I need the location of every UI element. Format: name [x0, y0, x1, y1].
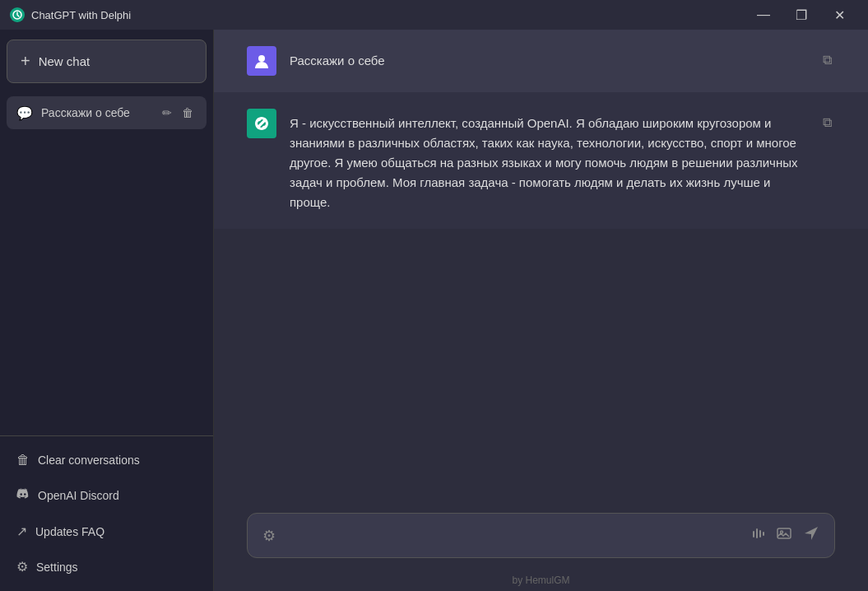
- svg-rect-4: [759, 530, 761, 537]
- message-row-assistant: Я - искусственный интеллект, созданный O…: [214, 92, 868, 229]
- clear-conversations-button[interactable]: 🗑 Clear conversations: [7, 443, 207, 477]
- updates-faq-button[interactable]: ↗ Updates FAQ: [7, 514, 207, 549]
- title-bar-left: ChatGPT with Delphi: [10, 7, 131, 22]
- footer-credit: by HemulGM: [214, 575, 868, 591]
- conversation-actions: ✏ 🗑: [159, 105, 197, 121]
- maximize-button[interactable]: ❐: [782, 0, 820, 30]
- conversation-item[interactable]: 💬 Расскажи о себе ✏ 🗑: [7, 96, 207, 129]
- send-button[interactable]: [801, 524, 821, 547]
- svg-rect-2: [753, 531, 754, 537]
- input-right-actions: [749, 524, 821, 547]
- copy-user-message-button[interactable]: ⧉: [819, 49, 835, 71]
- settings-icon: ⚙: [16, 559, 28, 575]
- app-icon: [10, 7, 25, 22]
- new-chat-label: New chat: [39, 54, 91, 68]
- discord-icon: [16, 487, 30, 504]
- settings-button[interactable]: ⚙ Settings: [7, 549, 207, 584]
- svg-rect-3: [756, 528, 758, 538]
- voice-input-button[interactable]: [749, 524, 767, 547]
- copy-assistant-message-button[interactable]: ⧉: [819, 112, 835, 133]
- edit-conversation-button[interactable]: ✏: [159, 105, 175, 121]
- chat-area: Расскажи о себе ⧉ Я - искусственный инте…: [214, 30, 868, 591]
- sidebar-bottom: 🗑 Clear conversations OpenAI Discord ↗ U…: [0, 435, 213, 591]
- assistant-avatar: [247, 109, 276, 138]
- assistant-message-text: Я - искусственный интеллект, созданный O…: [290, 109, 806, 212]
- close-button[interactable]: ✕: [820, 0, 858, 30]
- conversation-list: 💬 Расскажи о себе ✏ 🗑: [0, 93, 213, 435]
- settings-label: Settings: [36, 561, 78, 574]
- clear-conversations-label: Clear conversations: [38, 454, 140, 467]
- app-title: ChatGPT with Delphi: [31, 9, 131, 21]
- input-area: ⚙: [214, 500, 868, 575]
- updates-icon: ↗: [16, 524, 27, 539]
- message-row-user: Расскажи о себе ⧉: [214, 30, 868, 92]
- plus-icon: +: [21, 52, 30, 71]
- main-layout: + New chat 💬 Расскажи о себе ✏ 🗑 🗑 Clear…: [0, 30, 868, 591]
- chat-icon: 💬: [16, 105, 33, 121]
- title-bar: ChatGPT with Delphi — ❐ ✕: [0, 0, 868, 30]
- input-container: ⚙: [247, 513, 835, 558]
- svg-point-1: [258, 55, 265, 62]
- discord-button[interactable]: OpenAI Discord: [7, 477, 207, 514]
- messages-container: Расскажи о себе ⧉ Я - искусственный инте…: [214, 30, 868, 500]
- discord-label: OpenAI Discord: [38, 489, 119, 502]
- clear-icon: 🗑: [16, 453, 30, 468]
- image-input-button[interactable]: [775, 524, 793, 547]
- new-chat-button[interactable]: + New chat: [7, 40, 207, 83]
- updates-faq-label: Updates FAQ: [35, 525, 104, 538]
- sidebar: + New chat 💬 Расскажи о себе ✏ 🗑 🗑 Clear…: [0, 30, 214, 591]
- sidebar-top: + New chat: [0, 30, 213, 93]
- user-avatar: [247, 46, 276, 76]
- input-settings-button[interactable]: ⚙: [261, 525, 277, 547]
- svg-rect-5: [763, 532, 764, 536]
- conversation-title: Расскажи о себе: [41, 106, 151, 119]
- user-message-text: Расскажи о себе: [290, 46, 806, 76]
- window-controls: — ❐ ✕: [745, 0, 858, 30]
- minimize-button[interactable]: —: [745, 0, 782, 30]
- delete-conversation-button[interactable]: 🗑: [179, 105, 197, 121]
- chat-input[interactable]: [287, 528, 739, 542]
